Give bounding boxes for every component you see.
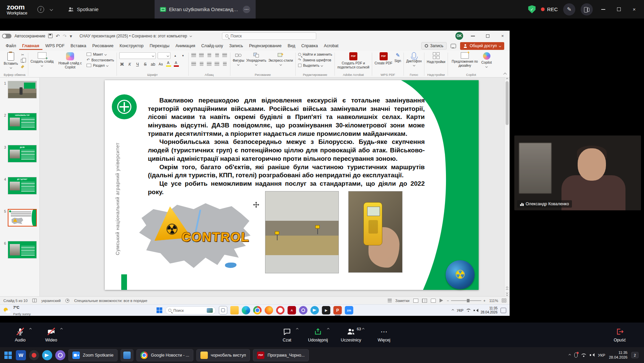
security-shield-icon[interactable]: ✓ [528,5,536,13]
minimize-button[interactable] [598,4,608,14]
copilot-slide-button[interactable]: Новый слайд с Copilot [56,52,85,69]
viber-app-icon[interactable] [55,350,65,360]
remote-search-box[interactable]: Поиск [165,306,216,314]
share-access-button[interactable]: Общий доступ [460,42,504,50]
comments-icon[interactable] [451,44,456,48]
scrollbar-thumb[interactable] [506,81,509,125]
audio-options-chevron-icon[interactable] [29,328,32,330]
decrease-font-button[interactable]: ▼ [180,53,186,59]
save-icon[interactable] [48,34,53,38]
shapes-button[interactable]: Фигуры [233,52,244,65]
slide-indicator[interactable]: Слайд 5 из 10 [3,299,28,303]
format-painter-button[interactable] [20,64,25,69]
accessibility-status[interactable]: Специальные возможности: все в порядке [74,299,147,303]
tab-design[interactable]: Конструктор [117,42,147,50]
taskbar-folder-window[interactable]: чорнобиль виступ [196,349,250,361]
tab-insert[interactable]: Вставка [68,42,89,50]
qat-customize-button[interactable]: ▾ [70,33,72,39]
taskbar-app-window[interactable] [121,349,133,361]
slide-text-block[interactable]: Важливою перешкодою для відновлення екск… [148,96,425,196]
chrome-icon[interactable] [253,306,262,314]
align-left-button[interactable] [191,61,197,67]
change-case-button[interactable]: Аа [158,61,164,67]
tab-animations[interactable]: Анимация [172,42,198,50]
bullets-button[interactable] [191,52,197,58]
previous-slide-button[interactable] [506,287,508,291]
word-app-icon[interactable]: W [16,350,26,360]
line-spacing-button[interactable] [222,52,228,58]
photo-exclusion-zone-landscape[interactable] [265,191,339,273]
dictate-button[interactable]: Диктофон [406,52,422,66]
undo-button[interactable]: ↶ [56,33,60,39]
zoom-app-icon[interactable]: zm [345,306,353,314]
strikethrough-button[interactable]: S [142,61,148,67]
video-button[interactable]: Wideo [36,323,67,347]
opera-icon[interactable] [276,306,285,314]
chat-options-chevron-icon[interactable] [296,328,298,330]
bold-button[interactable]: Ж [119,61,125,67]
redo-button[interactable]: ↷ [63,33,67,39]
tab-slideshow[interactable]: Слайд-шоу [198,42,226,50]
volume-icon[interactable] [474,309,478,312]
align-right-button[interactable] [206,61,212,67]
thumbnail-slide-1[interactable]: 1 [0,81,37,98]
zoom-percentage[interactable]: 111% [489,299,498,303]
host-clock[interactable]: 11:35 28.04.2026 [609,351,627,360]
taskbar-pdf-window[interactable]: PDF Програма_Чорно... [253,349,309,361]
title-chevron-icon[interactable] [189,35,192,37]
thumbnail-slide-6[interactable]: 6 [0,241,37,259]
file-explorer-icon[interactable] [230,306,239,314]
addins-button[interactable]: Надстройки [427,52,445,64]
telegram-app-icon[interactable] [42,350,52,360]
thumbnail-slide-3[interactable]: 3 ДАЗВ [0,145,37,162]
tab-shared-screen[interactable]: Ekran użytkownika Олександр Кс ⋯ [155,0,256,19]
start-button[interactable] [156,307,162,313]
share-options-chevron-icon[interactable] [327,328,329,330]
tray-volume-icon[interactable] [590,353,594,357]
section-button[interactable]: Раздел [87,63,114,67]
tab-view[interactable]: Вид [285,42,298,50]
account-avatar[interactable]: OK [455,32,463,40]
language-indicator[interactable]: украинский [41,299,61,303]
radiation-globe-icon[interactable]: ☢ [446,260,475,289]
audio-button[interactable]: Audio [5,323,36,347]
participants-options-chevron-icon[interactable] [362,328,364,330]
tray-mic-icon[interactable] [574,353,578,358]
acrobat-icon[interactable]: A [288,306,296,314]
tab-help[interactable]: Справка [298,42,321,50]
ppt-close-button[interactable]: × [497,32,508,40]
find-replace-button[interactable]: Найти и заменить [298,52,332,56]
cut-button[interactable]: ✂ [20,52,25,57]
tab-record[interactable]: Запись [226,42,246,50]
font-size-combo[interactable] [158,52,170,59]
columns-button[interactable] [222,61,228,67]
new-slide-button[interactable]: Создать слайд [31,52,54,66]
numbering-button[interactable] [199,52,204,58]
replace-fonts-button[interactable]: ↷Замена шрифтов [298,58,331,62]
remote-clock[interactable]: 11:35 28.04.2026 [481,306,497,314]
font-name-combo[interactable] [119,52,156,59]
font-color-button[interactable] [173,61,179,67]
tab-review[interactable]: Рецензирование [246,42,285,50]
start-button[interactable] [3,351,13,360]
ppt-search-box[interactable]: Поиск [222,32,316,40]
tab-wps-pdf[interactable]: WPS PDF [42,42,68,50]
weather-widget[interactable]: 7°C Partly sunny [0,304,31,316]
university-logo[interactable] [112,94,137,119]
participants-button[interactable]: 63 Uczestnicy [333,323,368,347]
recorder-app-icon[interactable] [29,350,39,360]
notification-badge[interactable]: 2 [631,352,639,358]
thumbnail-slide-4[interactable]: 4 ДП "ЦОТИЗ" [0,177,37,194]
highlight-color-button[interactable] [166,61,171,67]
underline-button[interactable]: Ч [135,61,140,67]
network-icon[interactable] [466,309,471,312]
increase-indent-button[interactable] [214,52,220,58]
remote-language-indicator[interactable]: УКР [457,308,463,312]
next-slide-button[interactable] [506,292,508,296]
fit-slide-icon[interactable] [502,299,506,302]
tab-transitions[interactable]: Переходы [147,42,172,50]
edge-icon[interactable] [242,306,250,314]
maximize-button[interactable] [614,4,624,14]
arrange-button[interactable]: Упорядочить [246,52,266,65]
telegram-icon[interactable] [311,306,319,314]
